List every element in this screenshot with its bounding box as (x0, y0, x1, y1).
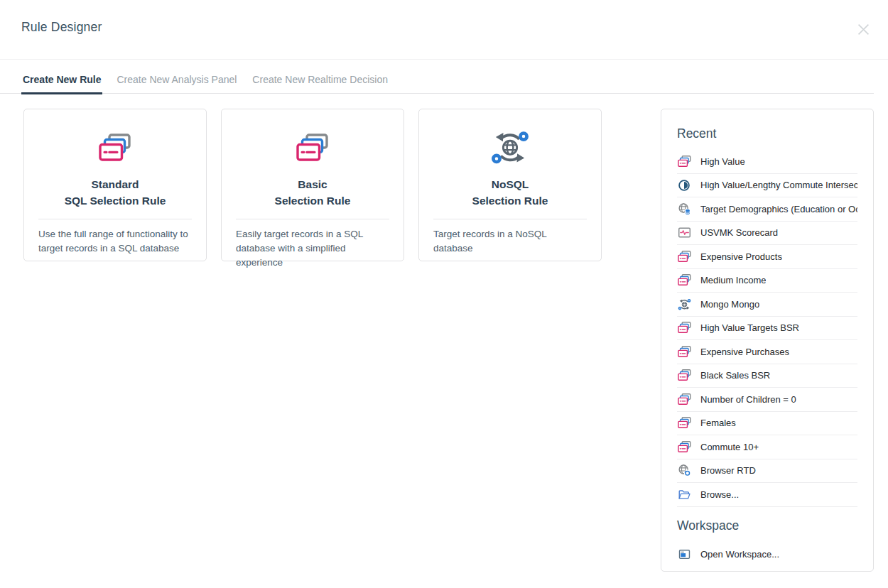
recent-item-label: High Value Targets BSR (700, 322, 799, 333)
recent-item-label: Commute 10+ (700, 442, 759, 452)
recent-item-high-value-lengthy-commute-intersect[interactable]: High Value/Lengthy Commute Intersect (677, 174, 857, 198)
card-title-line: Selection Rule (222, 192, 404, 209)
card-description: Use the full range of functionality to t… (38, 227, 192, 256)
card-standard-sql-selection-rule[interactable]: StandardSQL Selection RuleUse the full r… (23, 109, 207, 261)
workspace-item-open-workspace[interactable]: Open Workspace... (677, 542, 857, 567)
tab-create-new-realtime-decision[interactable]: Create New Realtime Decision (251, 70, 389, 94)
recent-item-label: USVMK Scorecard (700, 227, 778, 238)
nosql-icon (677, 298, 691, 311)
recent-item-label: Expensive Purchases (700, 347, 789, 357)
recent-item-number-of-children-0[interactable]: Number of Children = 0 (677, 388, 857, 412)
folder-open-icon (677, 488, 691, 501)
card-title: NoSQLSelection Rule (419, 176, 601, 209)
selection-rule-icon (677, 322, 691, 334)
recent-item-label: Number of Children = 0 (700, 394, 796, 405)
recent-item-label: Females (700, 418, 736, 428)
card-title-line: Basic (222, 176, 404, 192)
rule-type-cards: StandardSQL Selection RuleUse the full r… (23, 109, 602, 261)
recent-item-label: Black Sales BSR (700, 370, 770, 381)
recent-item-label: Target Demographics (Education or Oc... (700, 204, 857, 214)
selection-rule-icon (677, 156, 691, 168)
card-title-line: SQL Selection Rule (24, 192, 206, 209)
selection-rule-icon (677, 346, 691, 358)
workspace-item-label: Open Workspace... (700, 549, 779, 560)
recent-item-expensive-purchases[interactable]: Expensive Purchases (677, 340, 857, 364)
card-divider (38, 219, 192, 219)
recent-item-label: High Value (700, 156, 745, 167)
selection-rule-icon (677, 417, 691, 429)
header-divider (0, 59, 888, 60)
card-title: StandardSQL Selection Rule (24, 176, 206, 209)
selection-rule-icon (677, 369, 691, 381)
selection-rule-icon (24, 128, 206, 168)
card-title-line: NoSQL (419, 176, 601, 192)
recent-list: High ValueHigh Value/Lengthy Commute Int… (677, 150, 857, 507)
workspace-heading: Workspace (677, 518, 857, 533)
card-divider (433, 219, 587, 219)
recent-panel: Recent High ValueHigh Value/Lengthy Comm… (661, 109, 874, 572)
recent-item-black-sales-bsr[interactable]: Black Sales BSR (677, 364, 857, 388)
tab-create-new-rule[interactable]: Create New Rule (21, 70, 102, 94)
card-description: Target records in a NoSQL database (433, 227, 587, 256)
recent-item-browse[interactable]: Browse... (677, 483, 857, 507)
scorecard-icon (677, 226, 691, 239)
recent-item-high-value[interactable]: High Value (677, 150, 857, 174)
selection-rule-icon (222, 128, 404, 168)
card-basic-selection-rule[interactable]: BasicSelection RuleEasily target records… (221, 109, 404, 261)
globe-data-icon (677, 202, 691, 216)
card-title: BasicSelection Rule (222, 176, 404, 209)
recent-item-usvmk-scorecard[interactable]: USVMK Scorecard (677, 222, 857, 246)
recent-item-label: Browse... (700, 489, 739, 500)
recent-item-target-demographics-education-or-oc[interactable]: Target Demographics (Education or Oc... (677, 197, 857, 222)
close-icon[interactable] (857, 23, 870, 36)
card-description: Easily target records in a SQL database … (236, 227, 389, 271)
recent-item-label: Medium Income (700, 275, 766, 285)
recent-item-expensive-products[interactable]: Expensive Products (677, 245, 857, 269)
recent-item-mongo-mongo[interactable]: Mongo Mongo (677, 293, 857, 317)
browser-rtd-icon (677, 464, 691, 477)
card-title-line: Selection Rule (419, 192, 601, 209)
nosql-icon (419, 128, 601, 168)
recent-item-commute-10[interactable]: Commute 10+ (677, 435, 857, 459)
tab-bar: Create New RuleCreate New Analysis Panel… (0, 70, 874, 94)
recent-item-label: Expensive Products (700, 251, 782, 262)
recent-heading: Recent (677, 126, 857, 141)
card-title-line: Standard (24, 176, 206, 192)
recent-item-high-value-targets-bsr[interactable]: High Value Targets BSR (677, 317, 857, 341)
recent-item-label: Mongo Mongo (700, 299, 759, 310)
recent-item-label: High Value/Lengthy Commute Intersect (700, 180, 857, 190)
recent-item-medium-income[interactable]: Medium Income (677, 269, 857, 293)
card-divider (236, 219, 389, 219)
selection-rule-icon (677, 251, 691, 263)
recent-item-females[interactable]: Females (677, 412, 857, 436)
tab-create-new-analysis-panel[interactable]: Create New Analysis Panel (115, 70, 238, 94)
selection-rule-icon (677, 441, 691, 453)
recent-item-label: Browser RTD (700, 465, 756, 476)
intersect-icon (677, 179, 691, 192)
recent-item-browser-rtd[interactable]: Browser RTD (677, 459, 857, 484)
workspace-icon (677, 548, 691, 561)
page-title: Rule Designer (21, 20, 102, 35)
card-nosql-selection-rule[interactable]: NoSQLSelection RuleTarget records in a N… (418, 109, 602, 261)
selection-rule-icon (677, 393, 691, 405)
selection-rule-icon (677, 274, 691, 286)
workspace-list: Open Workspace... (677, 542, 857, 567)
rule-designer-dialog: Rule Designer Create New RuleCreate New … (0, 0, 888, 588)
